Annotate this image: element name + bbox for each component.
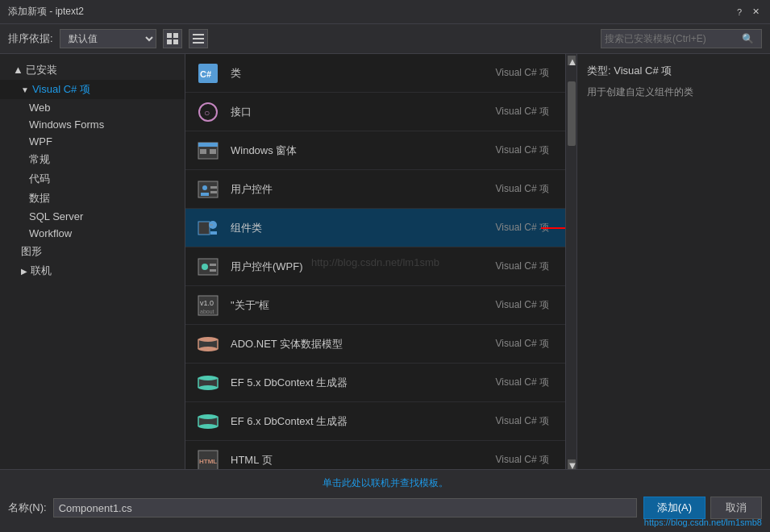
svg-point-44 bbox=[198, 414, 218, 419]
title-controls: ? ✕ bbox=[733, 6, 762, 19]
list-item[interactable]: Windows 窗体 Visual C# 项 bbox=[185, 131, 565, 170]
html-icon: HTML bbox=[195, 447, 221, 470]
sidebar-item-label: 代码 bbox=[29, 172, 50, 186]
sidebar-item-workflow[interactable]: Workflow bbox=[0, 225, 185, 242]
svg-point-34 bbox=[198, 337, 218, 342]
wpf-icon bbox=[195, 254, 221, 280]
item-category: Visual C# 项 bbox=[496, 260, 556, 273]
list-item[interactable]: 用户控件(WPF) Visual C# 项 bbox=[185, 247, 565, 286]
scroll-thumb[interactable] bbox=[568, 81, 576, 146]
bottom-link[interactable]: 单击此处以联机并查找模板。 bbox=[323, 477, 448, 488]
sidebar-installed-header[interactable]: ▲ 已安装 bbox=[0, 60, 185, 80]
interface-icon: ○ bbox=[195, 99, 221, 125]
expand-arrow bbox=[21, 267, 27, 276]
item-category: Visual C# 项 bbox=[496, 66, 556, 80]
list-item-selected[interactable]: 组件类 Visual C# 项 bbox=[185, 209, 565, 247]
search-icon[interactable]: 🔍 bbox=[742, 33, 754, 44]
svg-rect-0 bbox=[167, 33, 172, 38]
winform-icon bbox=[195, 138, 221, 164]
list-item[interactable]: HTML HTML 页 Visual C# 项 bbox=[185, 441, 565, 469]
item-name: ADO.NET 实体数据模型 bbox=[231, 337, 496, 351]
svg-point-39 bbox=[198, 376, 218, 380]
svg-rect-28 bbox=[210, 264, 216, 266]
sidebar: ▲ 已安装 Visual C# 项 Web Windows Forms WPF … bbox=[0, 54, 185, 469]
svg-text:about: about bbox=[200, 309, 214, 314]
sort-label: 排序依据: bbox=[8, 31, 53, 46]
item-category: Visual C# 项 bbox=[496, 298, 556, 312]
svg-rect-14 bbox=[210, 149, 216, 154]
sidebar-item-label: Windows Forms bbox=[29, 118, 104, 131]
bottom-url: https://blog.csdn.net/lm1smb8 bbox=[644, 517, 762, 527]
help-button[interactable]: ? bbox=[733, 6, 746, 19]
svg-text:HTML: HTML bbox=[199, 458, 217, 465]
item-name: 用户控件(WPF) bbox=[231, 260, 496, 274]
svg-rect-2 bbox=[167, 39, 172, 44]
item-name: 接口 bbox=[231, 105, 496, 119]
sidebar-item-general[interactable]: 常规 bbox=[0, 150, 185, 169]
sidebar-item-wpf[interactable]: WPF bbox=[0, 133, 185, 150]
main-layout: 排序依据: 默认值 🔍 bbox=[0, 24, 770, 532]
title-text: 添加新项 - iptext2 bbox=[8, 5, 84, 19]
cancel-button[interactable]: 取消 bbox=[710, 497, 762, 519]
svg-rect-6 bbox=[193, 42, 204, 44]
item-name: 用户控件 bbox=[231, 182, 496, 197]
svg-text:C#: C# bbox=[200, 69, 211, 79]
sidebar-item-label: 常规 bbox=[29, 152, 50, 167]
sidebar-item-sql-server[interactable]: SQL Server bbox=[0, 208, 185, 225]
item-category: Visual C# 项 bbox=[496, 376, 556, 389]
sidebar-item-label: Visual C# 项 bbox=[32, 82, 90, 97]
scroll-up-btn[interactable]: ▲ bbox=[568, 56, 576, 65]
item-name: EF 6.x DbContext 生成器 bbox=[231, 414, 496, 429]
sidebar-item-label: WPF bbox=[29, 135, 52, 148]
close-button[interactable]: ✕ bbox=[749, 6, 762, 19]
svg-point-37 bbox=[198, 347, 218, 351]
sidebar-item-label: Web bbox=[29, 102, 51, 114]
list-item[interactable]: EF 5.x DbContext 生成器 Visual C# 项 bbox=[185, 364, 565, 402]
scroll-down-btn[interactable]: ▼ bbox=[568, 459, 576, 469]
list-item[interactable]: C# 类 Visual C# 项 bbox=[185, 54, 565, 93]
item-category: Visual C# 项 bbox=[496, 182, 556, 196]
item-name: Windows 窗体 bbox=[231, 143, 496, 158]
ef5-icon bbox=[195, 370, 221, 396]
sidebar-item-code[interactable]: 代码 bbox=[0, 169, 185, 189]
svg-rect-12 bbox=[198, 143, 218, 147]
add-button[interactable]: 添加(A) bbox=[643, 497, 705, 519]
sort-select[interactable]: 默认值 bbox=[60, 29, 156, 48]
svg-rect-5 bbox=[193, 38, 204, 39]
item-name: HTML 页 bbox=[231, 453, 496, 468]
svg-text:v1.0: v1.0 bbox=[200, 299, 214, 307]
sidebar-item-web[interactable]: Web bbox=[0, 99, 185, 116]
item-name: 类 bbox=[231, 66, 496, 81]
svg-point-40 bbox=[198, 385, 218, 390]
component-icon bbox=[195, 215, 221, 241]
sidebar-item-windows-forms[interactable]: Windows Forms bbox=[0, 116, 185, 133]
list-item[interactable]: ADO.NET 实体数据模型 Visual C# 项 bbox=[185, 325, 565, 364]
list-icon bbox=[193, 33, 204, 44]
expand-arrow bbox=[21, 85, 29, 94]
sidebar-item-network[interactable]: 联机 bbox=[0, 261, 185, 281]
filename-input[interactable] bbox=[53, 498, 637, 517]
installed-label: ▲ 已安装 bbox=[13, 63, 57, 77]
search-input[interactable] bbox=[605, 33, 742, 44]
list-item[interactable]: 用户控件 Visual C# 项 bbox=[185, 170, 565, 209]
sidebar-item-graphics[interactable]: 图形 bbox=[0, 242, 185, 261]
adonet-icon bbox=[195, 331, 221, 357]
sidebar-item-label: 图形 bbox=[21, 244, 42, 259]
list-view-button[interactable] bbox=[189, 29, 208, 48]
usercontrol-icon bbox=[195, 177, 221, 202]
content-area: ▲ 已安装 Visual C# 项 Web Windows Forms WPF … bbox=[0, 54, 770, 469]
svg-rect-29 bbox=[210, 269, 216, 272]
svg-point-27 bbox=[202, 264, 208, 270]
scrollbar[interactable]: ▲ ▼ bbox=[565, 54, 576, 469]
svg-rect-18 bbox=[210, 186, 217, 189]
sidebar-item-data[interactable]: 数据 bbox=[0, 189, 185, 208]
list-item[interactable]: ○ 接口 Visual C# 项 bbox=[185, 93, 565, 131]
name-label: 名称(N): bbox=[8, 501, 47, 515]
grid-view-button[interactable] bbox=[163, 29, 182, 48]
list-item[interactable]: EF 6.x DbContext 生成器 Visual C# 项 bbox=[185, 402, 565, 441]
toolbar: 排序依据: 默认值 🔍 bbox=[0, 24, 770, 54]
list-item[interactable]: v1.0 about "关于"框 Visual C# 项 bbox=[185, 286, 565, 325]
item-category: Visual C# 项 bbox=[496, 337, 556, 351]
sidebar-item-visual-csharp[interactable]: Visual C# 项 bbox=[0, 80, 185, 99]
svg-rect-20 bbox=[198, 222, 210, 235]
